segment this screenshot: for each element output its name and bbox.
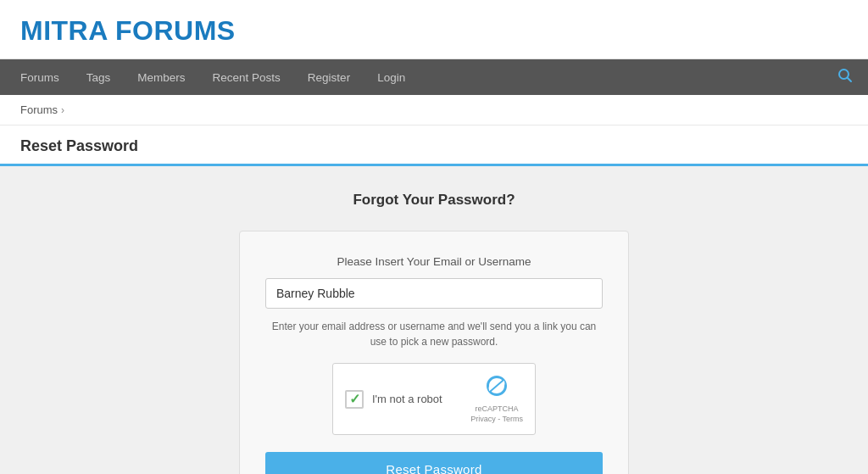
page-title: Reset Password [20,137,848,155]
recaptcha-logo-icon [485,374,509,403]
recaptcha-label: I'm not a robot [372,393,442,405]
nav-item-recent-posts[interactable]: Recent Posts [199,59,294,95]
main-content: Forgot Your Password? Please Insert Your… [0,164,868,474]
recaptcha-checkbox[interactable]: ✓ [345,390,364,409]
nav-item-forums[interactable]: Forums [7,59,73,95]
recaptcha-left: ✓ I'm not a robot [345,390,442,409]
reset-password-card: Please Insert Your Email or Username Ent… [239,231,629,474]
breadcrumb: Forums › [0,95,868,125]
site-header: MITRA FORUMS [0,0,868,59]
recaptcha-brand-text: reCAPTCHA Privacy - Terms [470,404,523,424]
forgot-password-title: Forgot Your Password? [17,192,851,209]
site-title: MITRA FORUMS [20,15,848,47]
nav-item-tags[interactable]: Tags [73,59,125,95]
email-username-label: Please Insert Your Email or Username [265,255,603,268]
email-username-input[interactable] [265,278,603,309]
reset-password-button[interactable]: Reset Password [265,452,603,474]
nav-item-members[interactable]: Members [124,59,198,95]
nav-item-register[interactable]: Register [294,59,364,95]
breadcrumb-forums-link[interactable]: Forums [20,103,58,116]
page-title-area: Reset Password [0,125,868,164]
nav-item-login[interactable]: Login [364,59,419,95]
search-icon[interactable] [829,68,861,87]
navbar: Forums Tags Members Recent Posts Registe… [0,59,868,95]
recaptcha-widget[interactable]: ✓ I'm not a robot reCAPTCHA Privacy - Te… [332,363,536,435]
navbar-items: Forums Tags Members Recent Posts Registe… [7,59,829,95]
recaptcha-checkmark-icon: ✓ [349,391,360,407]
form-hint-text: Enter your email address or username and… [265,319,603,349]
svg-line-1 [848,77,851,81]
recaptcha-right: reCAPTCHA Privacy - Terms [470,374,523,424]
breadcrumb-chevron-icon: › [61,104,64,116]
